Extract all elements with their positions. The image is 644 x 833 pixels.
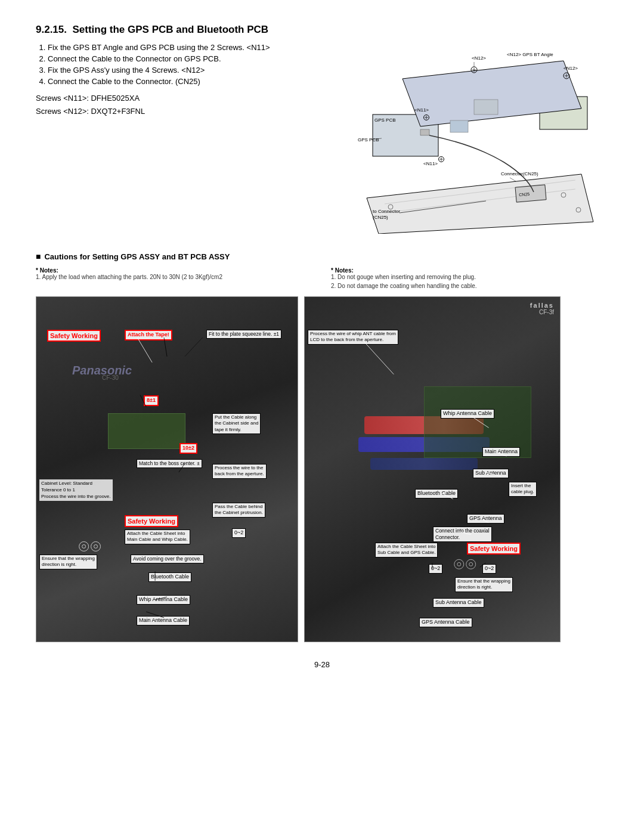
photo-right: fallas CF-3f Process the wire of whip AN… (304, 296, 561, 642)
notes-right: * Notes: 1. Do not gouge when inserting … (331, 267, 608, 292)
step-2: Connect the Cable to the Connector on GP… (48, 54, 340, 63)
gps-antenna-cable-label: GPS Antenna Cable (419, 618, 472, 627)
notes-left: * Notes: 1. Apply the load when attachin… (36, 267, 313, 292)
avoid-groove-label: Avoid coming over the groove. (131, 555, 204, 563)
bluetooth-cable-label-r: Bluetooth Cable (415, 489, 458, 498)
pcb-diagram: CN25 GPS PCB Bluetooth PCB <N12> (355, 43, 605, 234)
steps-list: Fix the GPS BT Angle and GPS PCB using t… (48, 43, 340, 86)
notes-row: * Notes: 1. Apply the load when attachin… (36, 267, 608, 292)
svg-text:to Connector: to Connector (373, 209, 400, 214)
section-title: 9.2.15. Setting the GPS PCB and Bluetoot… (36, 24, 608, 36)
svg-rect-41 (450, 120, 468, 132)
measure-0-2-label-r2: 0~2 (482, 564, 496, 574)
fit-plate-label: Fit to the plate squeeze line. ±1 (206, 330, 281, 339)
svg-rect-42 (474, 100, 498, 114)
svg-text:GPS PCB: GPS PCB (358, 137, 379, 143)
process-whip-label: Process the wire of whip ANT cable fromL… (308, 330, 398, 345)
gps-antenna-label: GPS Antenna (467, 514, 504, 524)
whip-antenna-cable-label-r: Whip Antenna Cable (441, 409, 494, 419)
boss-center-label: Match to the boss center. ± (137, 459, 202, 468)
attach-cable-sheet-label: Attach the Cable Sheet intoMain Cable an… (125, 529, 190, 544)
caution-section: Cautions for Setting GPS ASSY and BT PCB… (36, 252, 608, 642)
note-left-1: 1. Apply the load when attaching the par… (36, 274, 313, 280)
note-right-2: 2. Do not damage the coating when handli… (331, 283, 608, 289)
screws-info: Screws <N11>: DFHE5025XA Screws <N12>: D… (36, 92, 340, 118)
safety-working-label-2: Safety Working (125, 515, 178, 527)
caution-title: Cautions for Setting GPS ASSY and BT PCB… (36, 252, 608, 261)
step-3: Fix the GPS Ass'y using the 4 Screws. <N… (48, 66, 340, 75)
svg-text:<N11>: <N11> (423, 161, 438, 166)
attach-cable-sheet-sub-label: Attach the Cable Sheet intoSub Cable and… (375, 543, 438, 558)
attach-tape-label: Attach the Tape! (125, 330, 172, 340)
main-antenna-cable-label-l: Main Antenna Cable (137, 616, 190, 625)
diagram-area: CN25 GPS PCB Bluetooth PCB <N12> (352, 43, 608, 234)
ensure-wrapping-label-l: Ensure that the wrappingdirection is rig… (39, 555, 97, 569)
svg-text:<N12>: <N12> (472, 55, 486, 61)
sub-antenna-label: Sub Antenna (473, 469, 509, 478)
svg-text:<N11>: <N11> (414, 107, 429, 113)
screw-n11: Screws <N11>: DFHE5025XA (36, 92, 340, 105)
measure-10-label: 10±2 (179, 443, 197, 454)
svg-text:<N12> GPS BT Angle: <N12> GPS BT Angle (507, 52, 553, 57)
insert-cable-plug-label: Insert thecable plug. (509, 482, 537, 497)
step-1: Fix the GPS BT Angle and GPS PCB using t… (48, 43, 340, 52)
svg-text:Connector(CN25): Connector(CN25) (501, 171, 538, 176)
safety-working-label-3: Safety Working (467, 543, 521, 555)
safety-working-label-1: Safety Working (47, 330, 101, 342)
measure-8-label: 8±1 (144, 395, 159, 406)
main-antenna-label: Main Antenna (482, 447, 520, 457)
cabinet-level-label: Cabinet Level: StandardTolerance 0 to 1P… (39, 479, 113, 501)
pass-cable-label: Pass the Cable behindthe Cabinet protrus… (212, 503, 265, 518)
svg-text:GPS PCB: GPS PCB (374, 117, 396, 123)
put-cable-label: Put the Cable alongthe Cabinet side andt… (212, 413, 261, 434)
connect-coaxial-label: Connect into the coaxialConnector. (433, 527, 492, 542)
instructions-area: Fix the GPS BT Angle and GPS PCB using t… (36, 43, 340, 234)
cf3f-label: CF-3f (539, 309, 554, 315)
svg-text:<N12>: <N12> (564, 66, 578, 71)
whip-antenna-cable-label-l: Whip Antenna Cable (137, 595, 190, 605)
fallas-logo: fallas (530, 302, 554, 309)
step-4: Connect the Cable to the Connector. (CN2… (48, 77, 340, 86)
screw-n12: Screws <N12>: DXQT2+F3FNL (36, 105, 340, 118)
svg-text:(CN25): (CN25) (373, 215, 388, 220)
measure-0-2-label-l: 0~2 (232, 528, 246, 538)
bluetooth-cable-label-l: Bluetooth Cable (148, 572, 191, 582)
top-section: Fix the GPS BT Angle and GPS PCB using t… (36, 43, 608, 234)
photo-area: Panasonic CF-30 Safety Working Attach th… (36, 296, 608, 642)
photo-left: Panasonic CF-30 Safety Working Attach th… (36, 296, 298, 642)
page-number: 9-28 (36, 660, 608, 669)
sub-antenna-cable-label: Sub Antenna Cable (433, 598, 484, 608)
process-wire-label: Process the wire to theback from the ape… (212, 464, 267, 479)
measure-0-2-label-r1: 0~2 (429, 564, 442, 574)
note-right-1: 1. Do not gouge when inserting and remov… (331, 274, 608, 280)
svg-rect-8 (420, 129, 429, 135)
ensure-wrapping-label-r: Ensure that the wrappingdirection is rig… (455, 577, 513, 592)
